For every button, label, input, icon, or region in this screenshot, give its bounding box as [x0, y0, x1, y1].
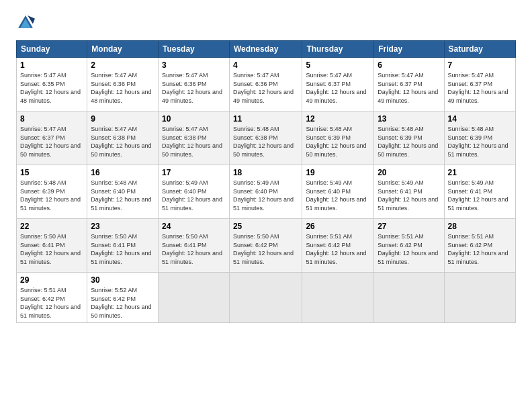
day-info: Sunrise: 5:47 AM Sunset: 6:37 PM Dayligh… [448, 71, 512, 105]
col-header-wednesday: Wednesday [229, 41, 302, 58]
col-header-thursday: Thursday [302, 41, 374, 58]
day-info: Sunrise: 5:51 AM Sunset: 6:42 PM Dayligh… [20, 286, 83, 320]
calendar-cell [444, 273, 515, 323]
day-number: 13 [378, 114, 440, 124]
calendar-cell: 8 Sunrise: 5:47 AM Sunset: 6:37 PM Dayli… [17, 111, 87, 165]
calendar-cell: 9 Sunrise: 5:47 AM Sunset: 6:38 PM Dayli… [87, 111, 159, 165]
day-info: Sunrise: 5:51 AM Sunset: 6:42 PM Dayligh… [306, 232, 370, 266]
day-info: Sunrise: 5:50 AM Sunset: 6:41 PM Dayligh… [20, 232, 83, 266]
day-number: 3 [162, 60, 226, 70]
day-number: 11 [233, 114, 298, 124]
calendar-cell: 6 Sunrise: 5:47 AM Sunset: 6:37 PM Dayli… [374, 58, 444, 111]
calendar-cell: 22 Sunrise: 5:50 AM Sunset: 6:41 PM Dayl… [17, 219, 87, 273]
day-number: 20 [378, 168, 440, 177]
day-number: 5 [306, 60, 370, 70]
calendar-cell: 25 Sunrise: 5:50 AM Sunset: 6:42 PM Dayl… [229, 219, 302, 273]
day-number: 10 [162, 114, 226, 124]
day-info: Sunrise: 5:47 AM Sunset: 6:38 PM Dayligh… [91, 125, 154, 158]
logo-icon [16, 13, 35, 32]
day-number: 18 [233, 168, 298, 177]
day-info: Sunrise: 5:47 AM Sunset: 6:37 PM Dayligh… [20, 125, 83, 158]
week-row-3: 15 Sunrise: 5:48 AM Sunset: 6:39 PM Dayl… [17, 165, 516, 219]
calendar-table: SundayMondayTuesdayWednesdayThursdayFrid… [16, 40, 516, 323]
day-number: 24 [162, 222, 226, 231]
calendar-cell: 12 Sunrise: 5:48 AM Sunset: 6:39 PM Dayl… [302, 111, 374, 165]
calendar-cell: 17 Sunrise: 5:49 AM Sunset: 6:40 PM Dayl… [158, 165, 229, 219]
calendar-cell: 21 Sunrise: 5:49 AM Sunset: 6:41 PM Dayl… [444, 165, 515, 219]
calendar-cell [158, 273, 229, 323]
calendar-cell: 27 Sunrise: 5:51 AM Sunset: 6:42 PM Dayl… [374, 219, 444, 273]
calendar-cell: 11 Sunrise: 5:48 AM Sunset: 6:38 PM Dayl… [229, 111, 302, 165]
day-info: Sunrise: 5:49 AM Sunset: 6:41 PM Dayligh… [448, 179, 512, 212]
day-info: Sunrise: 5:51 AM Sunset: 6:42 PM Dayligh… [378, 232, 440, 266]
day-info: Sunrise: 5:47 AM Sunset: 6:36 PM Dayligh… [233, 71, 298, 105]
day-number: 19 [306, 168, 370, 177]
week-row-2: 8 Sunrise: 5:47 AM Sunset: 6:37 PM Dayli… [17, 111, 516, 165]
calendar-cell: 7 Sunrise: 5:47 AM Sunset: 6:37 PM Dayli… [444, 58, 515, 111]
calendar-cell: 28 Sunrise: 5:51 AM Sunset: 6:42 PM Dayl… [444, 219, 515, 273]
day-number: 9 [91, 114, 154, 124]
page: SundayMondayTuesdayWednesdayThursdayFrid… [0, 0, 532, 411]
header-row: SundayMondayTuesdayWednesdayThursdayFrid… [17, 41, 516, 58]
week-row-4: 22 Sunrise: 5:50 AM Sunset: 6:41 PM Dayl… [17, 219, 516, 273]
calendar-cell [229, 273, 302, 323]
calendar-cell: 19 Sunrise: 5:49 AM Sunset: 6:40 PM Dayl… [302, 165, 374, 219]
calendar-cell: 10 Sunrise: 5:47 AM Sunset: 6:38 PM Dayl… [158, 111, 229, 165]
day-info: Sunrise: 5:50 AM Sunset: 6:41 PM Dayligh… [162, 232, 226, 266]
day-number: 2 [91, 60, 154, 70]
calendar-cell: 5 Sunrise: 5:47 AM Sunset: 6:37 PM Dayli… [302, 58, 374, 111]
header [16, 13, 516, 32]
calendar-cell: 14 Sunrise: 5:48 AM Sunset: 6:39 PM Dayl… [444, 111, 515, 165]
day-info: Sunrise: 5:48 AM Sunset: 6:39 PM Dayligh… [306, 125, 370, 158]
calendar-cell: 1 Sunrise: 5:47 AM Sunset: 6:35 PM Dayli… [17, 58, 87, 111]
day-info: Sunrise: 5:48 AM Sunset: 6:40 PM Dayligh… [91, 179, 154, 212]
calendar-cell [374, 273, 444, 323]
day-number: 23 [91, 222, 154, 231]
day-info: Sunrise: 5:50 AM Sunset: 6:41 PM Dayligh… [91, 232, 154, 266]
day-info: Sunrise: 5:47 AM Sunset: 6:38 PM Dayligh… [162, 125, 226, 158]
calendar-cell: 16 Sunrise: 5:48 AM Sunset: 6:40 PM Dayl… [87, 165, 159, 219]
calendar-cell: 2 Sunrise: 5:47 AM Sunset: 6:36 PM Dayli… [87, 58, 159, 111]
day-info: Sunrise: 5:51 AM Sunset: 6:42 PM Dayligh… [448, 232, 512, 266]
day-info: Sunrise: 5:47 AM Sunset: 6:37 PM Dayligh… [378, 71, 440, 105]
col-header-tuesday: Tuesday [158, 41, 229, 58]
day-number: 27 [378, 222, 440, 231]
week-row-1: 1 Sunrise: 5:47 AM Sunset: 6:35 PM Dayli… [17, 58, 516, 111]
day-info: Sunrise: 5:47 AM Sunset: 6:36 PM Dayligh… [162, 71, 226, 105]
day-number: 17 [162, 168, 226, 177]
day-number: 7 [448, 60, 512, 70]
calendar-cell: 23 Sunrise: 5:50 AM Sunset: 6:41 PM Dayl… [87, 219, 159, 273]
col-header-monday: Monday [87, 41, 159, 58]
day-number: 4 [233, 60, 298, 70]
day-info: Sunrise: 5:49 AM Sunset: 6:40 PM Dayligh… [233, 179, 298, 212]
calendar-cell: 3 Sunrise: 5:47 AM Sunset: 6:36 PM Dayli… [158, 58, 229, 111]
day-info: Sunrise: 5:48 AM Sunset: 6:38 PM Dayligh… [233, 125, 298, 158]
calendar-cell: 24 Sunrise: 5:50 AM Sunset: 6:41 PM Dayl… [158, 219, 229, 273]
day-number: 30 [91, 275, 154, 285]
day-number: 8 [20, 114, 83, 124]
day-number: 6 [378, 60, 440, 70]
day-info: Sunrise: 5:47 AM Sunset: 6:36 PM Dayligh… [91, 71, 154, 105]
day-number: 26 [306, 222, 370, 231]
day-number: 16 [91, 168, 154, 177]
calendar-cell: 26 Sunrise: 5:51 AM Sunset: 6:42 PM Dayl… [302, 219, 374, 273]
day-number: 28 [448, 222, 512, 231]
day-number: 21 [448, 168, 512, 177]
day-info: Sunrise: 5:52 AM Sunset: 6:42 PM Dayligh… [91, 286, 154, 320]
day-number: 12 [306, 114, 370, 124]
day-number: 14 [448, 114, 512, 124]
day-info: Sunrise: 5:49 AM Sunset: 6:40 PM Dayligh… [162, 179, 226, 212]
calendar-cell [302, 273, 374, 323]
logo [16, 13, 38, 32]
calendar-cell: 30 Sunrise: 5:52 AM Sunset: 6:42 PM Dayl… [87, 273, 159, 323]
day-info: Sunrise: 5:47 AM Sunset: 6:37 PM Dayligh… [306, 71, 370, 105]
calendar-cell: 29 Sunrise: 5:51 AM Sunset: 6:42 PM Dayl… [17, 273, 87, 323]
day-info: Sunrise: 5:49 AM Sunset: 6:41 PM Dayligh… [378, 179, 440, 212]
col-header-friday: Friday [374, 41, 444, 58]
calendar-cell: 18 Sunrise: 5:49 AM Sunset: 6:40 PM Dayl… [229, 165, 302, 219]
col-header-saturday: Saturday [444, 41, 515, 58]
day-info: Sunrise: 5:49 AM Sunset: 6:40 PM Dayligh… [306, 179, 370, 212]
day-info: Sunrise: 5:48 AM Sunset: 6:39 PM Dayligh… [20, 179, 83, 212]
day-info: Sunrise: 5:48 AM Sunset: 6:39 PM Dayligh… [378, 125, 440, 158]
col-header-sunday: Sunday [17, 41, 87, 58]
